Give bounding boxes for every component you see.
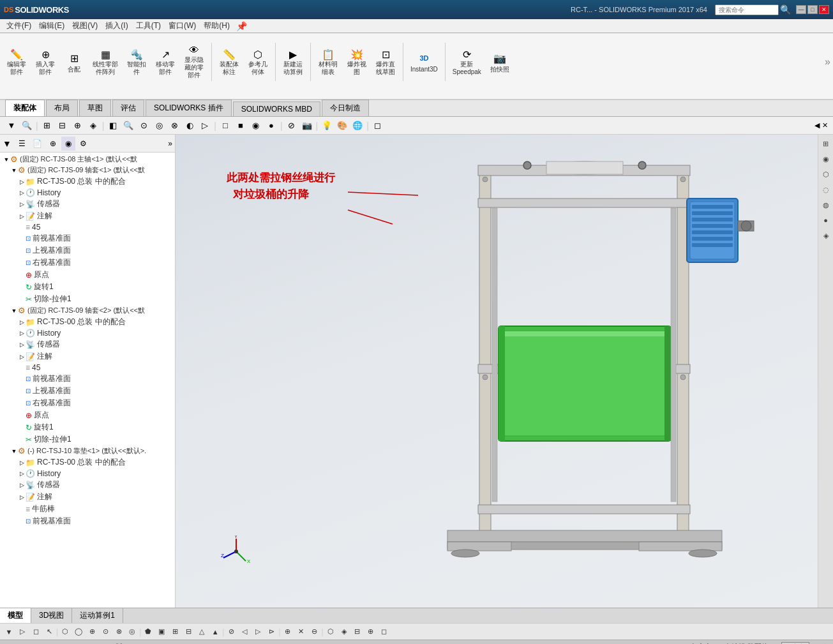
command-search[interactable]	[715, 4, 779, 15]
rs-icon-7[interactable]: ◈	[820, 229, 832, 242]
tree-item-plane-right-2[interactable]: ⊡ 右视基准面	[0, 397, 175, 409]
tb2-camera[interactable]: 📷	[301, 119, 313, 132]
sidebar-list-icon[interactable]: 📄	[31, 137, 45, 151]
tree-item-sensor-2[interactable]: ▷ 📡 传感器	[0, 338, 175, 350]
tree-item-tjs09-2[interactable]: ▼ ⚙ (固定) RC-TJS-09 轴套<2> (默认<<默	[0, 305, 175, 316]
tab-sw-plugins[interactable]: SOLIDWORKS 插件	[146, 100, 232, 116]
rs-icon-2[interactable]: ◉	[820, 153, 832, 165]
tb-insert-part[interactable]: ⊕ 插入零部件	[31, 48, 59, 76]
tree-item-plane-top-2[interactable]: ⊡ 上视基准面	[0, 385, 175, 397]
tb-speedpak[interactable]: ⟳ 更新Speedpak	[449, 48, 485, 76]
arrow-tsj10[interactable]: ▼	[10, 447, 18, 455]
tb-new-motion[interactable]: ▶ 新建运动算例	[279, 48, 307, 76]
bb-icon-10[interactable]: ◎	[126, 626, 139, 638]
filter-icon[interactable]: ▼	[3, 139, 11, 149]
tree-item-plane-top-1[interactable]: ⊡ 上视基准面	[0, 244, 175, 257]
tree-item-history-1[interactable]: ▷ 🕐 History	[0, 188, 175, 198]
tb2-view1[interactable]: ⊞	[41, 119, 54, 132]
tb-edit-part[interactable]: ✏️ 编辑零部件	[3, 48, 31, 76]
tb2-search-icon[interactable]: 🔍	[20, 119, 33, 132]
bb-icon-27[interactable]: ⊕	[364, 626, 377, 638]
tree-item-history-2[interactable]: ▷ 🕐 History	[0, 328, 175, 338]
arrow-history-3[interactable]: ▷	[18, 470, 26, 477]
tree-item-material-1[interactable]: ≡ 45	[0, 222, 175, 232]
tree-item-match-1[interactable]: ▷ 📁 RC-TJS-00 总装 中的配合	[0, 176, 175, 188]
rs-icon-5[interactable]: ◍	[820, 198, 832, 211]
tree-item-cut-2[interactable]: ✂ 切除-拉伸1	[0, 433, 175, 446]
tree-item-main-component[interactable]: ▼ ⚙ (固定) RC-TJS-08 主轴<1> (默认<<默	[0, 154, 175, 165]
menu-edit[interactable]: 编辑(E)	[35, 19, 68, 33]
menu-view[interactable]: 视图(V)	[68, 19, 101, 33]
menu-insert[interactable]: 插入(I)	[101, 19, 131, 33]
tb-assembly-annotation[interactable]: 📏 装配体标注	[215, 48, 243, 76]
tb2-lights[interactable]: 💡	[320, 119, 333, 132]
bb-icon-26[interactable]: ⊟	[351, 626, 364, 638]
tb2-orient5[interactable]: ⊗	[168, 119, 181, 132]
bb-icon-19[interactable]: ▷	[251, 626, 264, 638]
tree-item-plane-front-2[interactable]: ⊡ 前视基准面	[0, 373, 175, 385]
tree-item-cut-1[interactable]: ✂ 切除-拉伸1	[0, 293, 175, 305]
tb2-shade4[interactable]: ●	[265, 119, 278, 132]
bb-icon-5[interactable]: ⬡	[59, 626, 71, 638]
tree-item-origin-2[interactable]: ⊕ 原点	[0, 409, 175, 421]
tree-item-material-2[interactable]: ≡ 45	[0, 363, 175, 373]
tree-item-material-3[interactable]: ≡ 牛筋棒	[0, 503, 175, 515]
tb-mate[interactable]: ⊞ 合配	[60, 48, 88, 76]
tree-item-revolve-1[interactable]: ↻ 旋转1	[0, 281, 175, 293]
tb-explode-view[interactable]: 💥 爆炸视图	[343, 48, 371, 76]
bb-icon-14[interactable]: ⊟	[182, 626, 195, 638]
maximize-button[interactable]: □	[807, 5, 818, 14]
sidebar-display-icon[interactable]: ◉	[61, 137, 75, 151]
bb-icon-15[interactable]: △	[195, 626, 208, 638]
arrow-history-1[interactable]: ▷	[18, 189, 26, 197]
tb2-scene[interactable]: 🌐	[351, 119, 364, 132]
tree-item-origin-1[interactable]: ⊕ 原点	[0, 269, 175, 281]
arrow-note-1[interactable]: ▷	[18, 213, 26, 220]
arrow-sensor-1[interactable]: ▷	[18, 200, 26, 208]
tb2-section[interactable]: ⊘	[285, 119, 298, 132]
tb-ref-geometry[interactable]: ⬡ 参考几何体	[244, 48, 272, 76]
tb2-panel-close[interactable]: ✕	[822, 121, 828, 130]
arrow-history-2[interactable]: ▷	[18, 329, 26, 337]
sidebar-chart-icon[interactable]: ⚙	[77, 137, 91, 151]
tb2-shade2[interactable]: ■	[234, 119, 247, 132]
bb-icon-13[interactable]: ⊞	[169, 626, 181, 638]
bb-icon-25[interactable]: ◈	[338, 626, 350, 638]
tb-bom[interactable]: 📋 材料明细表	[314, 48, 342, 76]
bb-icon-3[interactable]: ◻	[29, 626, 42, 638]
tb-smart-fastener[interactable]: 🔩 智能扣件	[123, 48, 151, 76]
bb-icon-22[interactable]: ✕	[295, 626, 308, 638]
tb2-orient1[interactable]: ◧	[107, 119, 119, 132]
bb-icon-9[interactable]: ⊗	[112, 626, 125, 638]
minimize-button[interactable]: —	[796, 5, 806, 14]
search-btn[interactable]: 🔍	[780, 4, 791, 15]
tree-item-sensor-1[interactable]: ▷ 📡 传感器	[0, 198, 175, 210]
tb-move-component[interactable]: ↗ 移动零部件	[151, 48, 179, 76]
rs-icon-6[interactable]: ●	[820, 214, 832, 227]
menu-help[interactable]: 帮助(H)	[200, 19, 234, 33]
tree-item-history-3[interactable]: ▷ 🕐 History	[0, 468, 175, 479]
tree-item-match-2[interactable]: ▷ 📁 RC-TJS-00 总装 中的配合	[0, 316, 175, 328]
tb2-panel-toggle[interactable]: ◀	[814, 121, 820, 130]
arrow-note-3[interactable]: ▷	[18, 493, 26, 501]
expand-toolbar-icon[interactable]: »	[825, 56, 830, 68]
tab-sketch[interactable]: 草图	[79, 100, 111, 116]
btab-model[interactable]: 模型	[0, 608, 31, 623]
bb-icon-21[interactable]: ⊕	[281, 626, 294, 638]
tree-item-plane-front-1[interactable]: ⊡ 前视基准面	[0, 232, 175, 244]
menu-tools[interactable]: 工具(T)	[132, 19, 165, 33]
arrow-match-2[interactable]: ▷	[18, 318, 26, 326]
tb-instant3d[interactable]: 3D Instant3D	[407, 48, 442, 76]
tb2-texture[interactable]: 🎨	[336, 119, 349, 132]
menu-file[interactable]: 文件(F)	[3, 19, 35, 33]
arrow-tjs09-2[interactable]: ▼	[10, 307, 18, 315]
tb2-orient4[interactable]: ◎	[153, 119, 165, 132]
arrow-sensor-3[interactable]: ▷	[18, 481, 26, 489]
bb-icon-6[interactable]: ◯	[72, 626, 85, 638]
tree-item-sensor-3[interactable]: ▷ 📡 传感器	[0, 479, 175, 491]
bb-icon-12[interactable]: ▣	[155, 626, 168, 638]
btab-motion[interactable]: 运动算例1	[72, 608, 123, 623]
bb-icon-11[interactable]: ⬟	[142, 626, 154, 638]
tb-linear-array[interactable]: ▦ 线性零部件阵列	[89, 48, 122, 76]
arrow-main[interactable]: ▼	[3, 156, 10, 163]
